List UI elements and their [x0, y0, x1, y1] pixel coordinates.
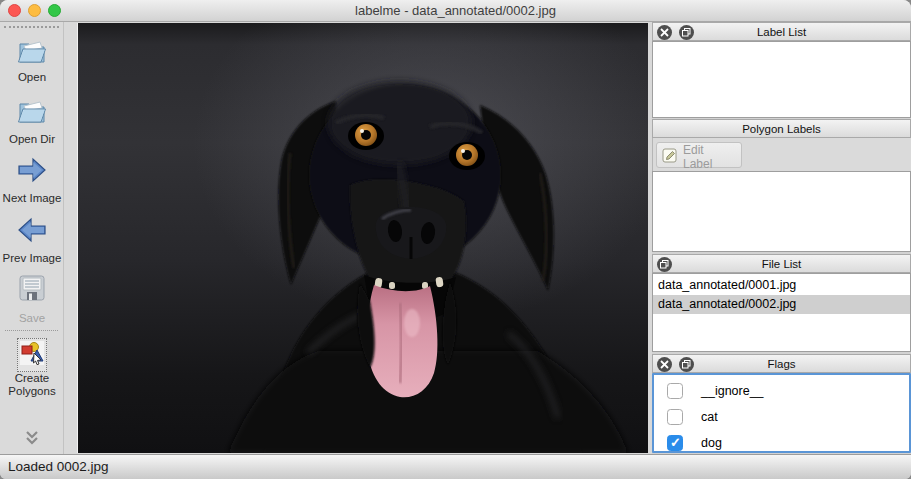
file-list-header[interactable]: File List [652, 254, 911, 273]
flag-checkbox[interactable]: ✓ [667, 383, 683, 399]
flag-checkbox[interactable]: ✓ [667, 409, 683, 425]
labelme-window: labelme - data_annotated/0002.jpg Open [0, 0, 911, 479]
open-folder-icon [16, 96, 48, 130]
toolbar-overflow-button[interactable] [0, 430, 64, 450]
prev-image-button-label: Prev Image [0, 252, 64, 265]
toolbar: Open Open Dir Ne [0, 22, 64, 454]
open-button[interactable] [0, 36, 64, 70]
image-canvas[interactable] [77, 23, 648, 453]
label-list-header[interactable]: Label List [652, 22, 911, 41]
label-list[interactable] [652, 41, 911, 118]
arrow-right-icon [16, 156, 48, 188]
file-list-item[interactable]: data_annotated/0001.jpg [653, 276, 910, 295]
floppy-disk-icon [16, 272, 48, 308]
double-chevron-down-icon [23, 432, 41, 449]
dock-panels: Label List Polygon Labels Edit Label [652, 22, 911, 454]
file-list-item[interactable]: data_annotated/0002.jpg [653, 295, 910, 314]
shapes-icon [20, 341, 44, 369]
flags-title: Flags [653, 355, 910, 373]
open-dir-button[interactable] [0, 96, 64, 130]
dog-photo [78, 23, 649, 453]
status-bar: Loaded 0002.jpg [0, 454, 911, 479]
save-button[interactable] [0, 272, 64, 308]
next-image-button[interactable] [0, 156, 64, 188]
create-polygons-button-label: Create Polygons [0, 372, 64, 398]
flag-item[interactable]: ✓ cat [654, 405, 909, 431]
toolbar-drag-handle[interactable] [4, 26, 59, 28]
check-icon: ✓ [670, 435, 681, 450]
polygon-labels-title: Polygon Labels [653, 120, 910, 138]
prev-image-button[interactable] [0, 216, 64, 248]
title-bar[interactable]: labelme - data_annotated/0002.jpg [0, 0, 911, 22]
flag-item[interactable]: ✓ __ignore__ [654, 379, 909, 405]
flags-header[interactable]: Flags [652, 354, 911, 373]
open-dir-button-label: Open Dir [0, 133, 64, 146]
window-title: labelme - data_annotated/0002.jpg [0, 0, 911, 22]
flags-list[interactable]: ✓ __ignore__ ✓ cat ✓ dog [652, 373, 911, 453]
polygon-labels-header[interactable]: Polygon Labels [652, 119, 911, 138]
toolbar-separator [5, 330, 58, 331]
edit-label-button[interactable]: Edit Label [656, 142, 742, 168]
label-list-title: Label List [653, 23, 910, 41]
flag-label: __ignore__ [701, 379, 764, 405]
open-folder-icon [16, 36, 48, 70]
open-button-label: Open [0, 71, 64, 84]
file-list-title: File List [653, 255, 910, 273]
next-image-button-label: Next Image [0, 192, 64, 205]
dog-right-eye [449, 142, 485, 170]
status-message: Loaded 0002.jpg [8, 455, 109, 479]
save-button-label: Save [0, 312, 64, 325]
polygon-labels-toolbar: Edit Label [652, 138, 911, 171]
edit-label-button-text: Edit Label [683, 143, 712, 171]
polygon-labels-list[interactable] [652, 171, 911, 252]
flag-label: cat [701, 405, 718, 431]
arrow-left-icon [16, 216, 48, 248]
file-list[interactable]: data_annotated/0001.jpg data_annotated/0… [652, 273, 911, 352]
create-polygons-button[interactable] [0, 338, 64, 372]
flag-checkbox[interactable]: ✓ [667, 435, 683, 451]
dog-left-eye [348, 122, 384, 150]
